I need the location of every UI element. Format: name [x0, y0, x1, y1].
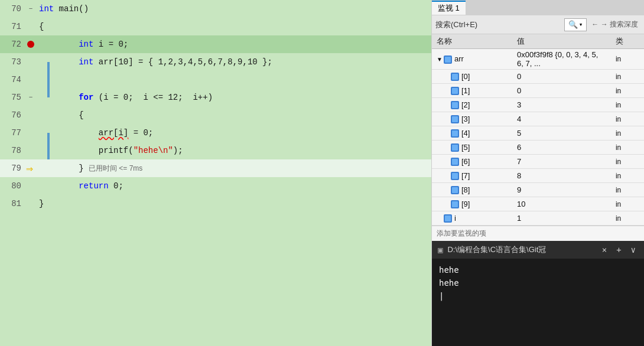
watch-cell-value: 5 — [512, 126, 611, 141]
watch-table-row[interactable]: [2]3in — [432, 98, 644, 112]
watch-cell-name: [1] — [432, 84, 512, 98]
watch-cell-name: [7] — [432, 169, 512, 183]
var-icon — [444, 56, 452, 64]
right-panel: 监视 1 搜索(Ctrl+E) 🔍 ▾ ← → 搜索深度 名称 值 类 — [431, 0, 644, 346]
terminal-line: hehe — [439, 276, 637, 289]
line-number: 80 — [0, 181, 25, 191]
watch-cell-value: 0 — [512, 70, 611, 84]
watch-table-row[interactable]: [6]7in — [432, 155, 644, 169]
line-row: 76 { — [0, 106, 431, 124]
var-icon — [444, 214, 452, 223]
watch-cell-type: in — [611, 197, 644, 211]
terminal-add-button[interactable]: + — [614, 245, 623, 254]
watch-cell-type: in — [611, 70, 644, 84]
line-number: 72 — [0, 40, 25, 49]
line-number: 70 — [0, 4, 25, 14]
line-row-current: 79 ⇒ } 已用时间 <= 7ms — [0, 159, 431, 177]
watch-cell-name: [3] — [432, 112, 512, 126]
watch-cell-type: in — [611, 141, 644, 155]
col-header-type: 类 — [611, 34, 644, 49]
watch-table-row[interactable]: [1]0in — [432, 84, 644, 98]
expand-icon[interactable]: ▼ — [437, 56, 444, 63]
line-number: 75 — [0, 93, 25, 102]
terminal-title: D:\编程合集\C语言合集\Git冠 — [447, 244, 594, 255]
line-content: { — [37, 18, 431, 35]
current-line-arrow: ⇒ — [26, 161, 33, 176]
watch-cell-value: 6 — [512, 141, 611, 155]
watch-tab[interactable]: 监视 1 — [432, 1, 466, 15]
line-indicators — [25, 41, 37, 48]
watch-table-row[interactable]: i1in — [432, 211, 644, 226]
terminal-line: hehe — [439, 263, 637, 276]
watch-cell-name: ▼arr — [432, 49, 512, 70]
watch-cell-name: [9] — [432, 197, 512, 211]
search-input-box[interactable]: 🔍 ▾ — [564, 18, 587, 31]
watch-table-row[interactable]: [0]0in — [432, 70, 644, 84]
watch-cell-name: i — [432, 211, 512, 226]
var-icon — [451, 158, 459, 166]
watch-cell-type: in — [611, 211, 644, 226]
line-indicators: − — [25, 94, 37, 101]
watch-cell-value: 0x00f3f9f8 {0, 0, 3, 4, 5, 6, 7, ... — [512, 49, 611, 70]
breakpoint-dot — [27, 41, 34, 48]
line-number: 77 — [0, 128, 25, 138]
line-row: 80 return 0; — [0, 177, 431, 195]
line-number: 81 — [0, 199, 25, 208]
line-number: 79 — [0, 164, 25, 173]
line-number: 76 — [0, 110, 25, 120]
watch-table-row[interactable]: [8]9in — [432, 183, 644, 197]
line-row: 78 printf("hehe\n"); — [0, 142, 431, 159]
terminal: ▣ D:\编程合集\C语言合集\Git冠 × + ∨ hehe hehe — [432, 241, 644, 346]
terminal-close-button[interactable]: × — [600, 245, 609, 254]
terminal-titlebar: ▣ D:\编程合集\C语言合集\Git冠 × + ∨ — [432, 241, 644, 259]
line-row: 77 arr[i] = 0; — [0, 124, 431, 142]
line-row: 75 − for (i = 0; i <= 12; i++) — [0, 89, 431, 106]
watch-table-row[interactable]: [5]6in — [432, 141, 644, 155]
var-icon — [451, 200, 459, 208]
line-content: for (i = 0; i <= 12; i++) — [37, 89, 431, 106]
watch-cell-type: in — [611, 84, 644, 98]
watch-cell-name: [4] — [432, 126, 512, 141]
watch-cell-name: [8] — [432, 183, 512, 197]
var-icon — [451, 129, 459, 138]
watch-cell-name: [5] — [432, 141, 512, 155]
terminal-collapse-button[interactable]: ∨ — [629, 245, 638, 254]
var-icon — [451, 143, 459, 152]
line-number: 71 — [0, 22, 25, 31]
var-icon — [451, 87, 459, 95]
search-label: 搜索(Ctrl+E) — [435, 19, 564, 30]
line-row: 73 int arr[10] = { 1,2,3,4,5,6,7,8,9,10 … — [0, 53, 431, 71]
line-content: } 已用时间 <= 7ms — [37, 159, 431, 177]
line-indicators: − — [25, 5, 37, 12]
terminal-cursor-line[interactable] — [439, 289, 637, 302]
watch-table-row[interactable]: [3]4in — [432, 112, 644, 126]
collapse-icon[interactable]: − — [29, 5, 33, 12]
col-header-name: 名称 — [432, 34, 512, 49]
line-row: 81 } — [0, 195, 431, 213]
watch-cell-type: in — [611, 98, 644, 112]
line-content: int main() — [37, 0, 431, 18]
search-dropdown-icon[interactable]: ▾ — [579, 21, 583, 28]
watch-cell-value: 7 — [512, 155, 611, 169]
add-watch-button[interactable]: 添加要监视的项 — [432, 226, 644, 241]
line-content: printf("hehe\n"); — [37, 142, 431, 159]
line-row: 71 { — [0, 18, 431, 35]
nav-arrows-label: ← → 搜索深度 — [591, 19, 638, 30]
watch-table-row[interactable]: [4]5in — [432, 126, 644, 141]
line-row: 72 int i = 0; — [0, 35, 431, 53]
line-number: 78 — [0, 146, 25, 155]
line-content: int i = 0; — [37, 35, 431, 53]
watch-cell-value: 3 — [512, 98, 611, 112]
var-icon — [451, 115, 459, 123]
watch-table-row[interactable]: ▼arr0x00f3f9f8 {0, 0, 3, 4, 5, 6, 7, ...… — [432, 49, 644, 70]
watch-table-row[interactable]: [7]8in — [432, 169, 644, 183]
watch-table: 名称 值 类 ▼arr0x00f3f9f8 {0, 0, 3, 4, 5, 6,… — [432, 34, 644, 226]
watch-table-row[interactable]: [9]10in — [432, 197, 644, 211]
collapse-icon[interactable]: − — [29, 94, 33, 101]
var-icon — [451, 172, 459, 180]
line-content: } — [37, 195, 431, 213]
search-bar: 搜索(Ctrl+E) 🔍 ▾ ← → 搜索深度 — [432, 15, 644, 34]
search-icon: 🔍 — [568, 20, 578, 30]
watch-cell-value: 10 — [512, 197, 611, 211]
line-row: 74 — [0, 71, 431, 89]
